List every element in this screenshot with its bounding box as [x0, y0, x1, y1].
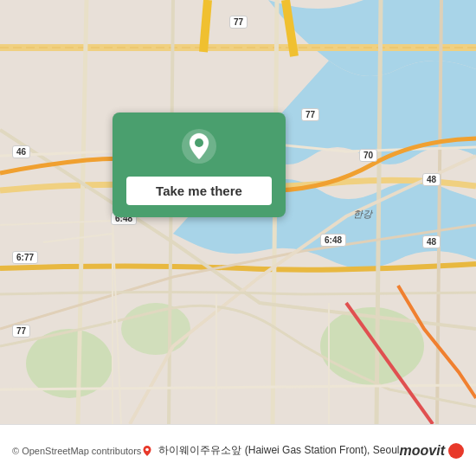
- moovit-dot-icon: [448, 443, 464, 459]
- location-pin-small-icon: [141, 445, 153, 457]
- road-label-46: 46: [12, 145, 30, 158]
- road-label-70: 70: [359, 149, 377, 162]
- take-me-there-button[interactable]: Take me there: [126, 177, 272, 205]
- svg-point-1: [320, 307, 424, 385]
- location-pin-icon: [181, 128, 217, 164]
- location-text: 하이웨이주유소앞 (Haiwei Gas Station Front), Seo…: [158, 443, 399, 458]
- road-label-48-bottom: 48: [422, 235, 441, 248]
- map-attribution: © OpenStreetMap contributors: [12, 446, 141, 456]
- road-label-77-top: 77: [229, 16, 248, 29]
- bottom-bar: © OpenStreetMap contributors 하이웨이주유소앞 (H…: [0, 424, 476, 476]
- river-label: 한강: [353, 208, 372, 221]
- road-label-77-bottom: 77: [12, 325, 30, 338]
- location-info: 하이웨이주유소앞 (Haiwei Gas Station Front), Seo…: [141, 443, 399, 458]
- moovit-text: moovit: [400, 443, 445, 459]
- road-label-677: 6:77: [12, 251, 38, 264]
- moovit-logo: moovit: [400, 443, 464, 459]
- road-label-648-right: 6:48: [320, 234, 346, 247]
- road-label-77-mid: 77: [301, 108, 319, 121]
- card-overlay: Take me there: [113, 113, 286, 217]
- road-label-48-top: 48: [422, 173, 441, 186]
- svg-point-5: [195, 138, 203, 147]
- svg-point-6: [146, 447, 150, 451]
- map-container: 77 77 46 6:48 6:48 6:77 70 48 48 77 한강 T…: [0, 0, 476, 424]
